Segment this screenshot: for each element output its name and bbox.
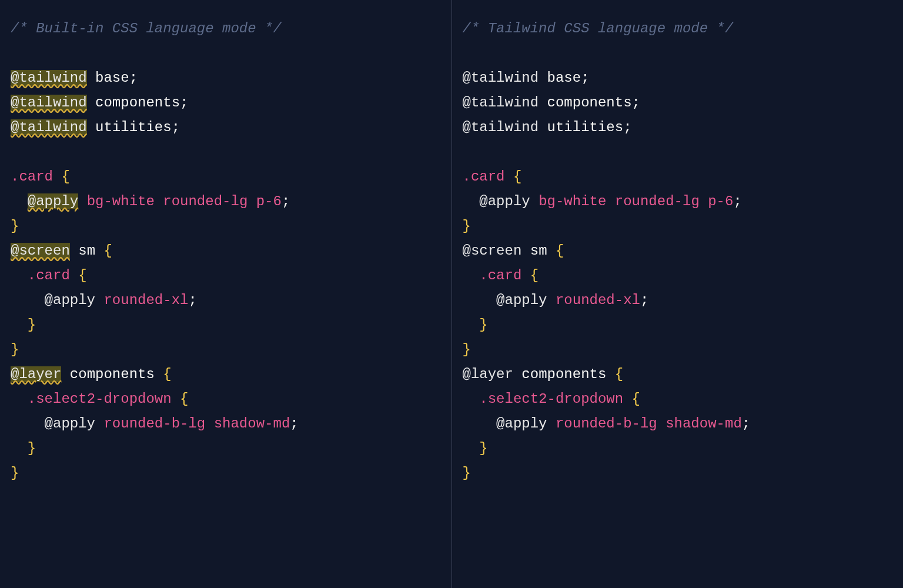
code-line: /* Tailwind CSS language mode */: [463, 16, 893, 41]
at-apply: @apply: [496, 292, 547, 308]
brace-close: }: [479, 317, 487, 333]
at-apply: @apply: [479, 193, 530, 209]
selector-text: .card: [463, 169, 505, 185]
code-line: }: [463, 214, 893, 239]
code-line: .card {: [11, 165, 441, 189]
brace-close: }: [28, 317, 36, 333]
brace-close: }: [463, 218, 471, 234]
indent: [463, 193, 480, 209]
selector-text: .card: [28, 268, 70, 283]
indent: [11, 193, 28, 209]
code-line: }: [463, 313, 893, 338]
brace-open: {: [556, 243, 564, 259]
code-line: }: [11, 214, 441, 239]
indent: [463, 440, 480, 456]
at-tailwind-warning: @tailwind: [11, 119, 87, 135]
indent: [463, 292, 497, 308]
utility-text: rounded-xl: [547, 292, 640, 308]
semicolon: ;: [290, 416, 298, 432]
indent: [463, 416, 497, 432]
code-text: sm: [521, 243, 556, 259]
semicolon: ;: [742, 416, 750, 432]
brace-open: {: [615, 366, 623, 382]
utility-text: bg-white rounded-lg p-6: [530, 193, 734, 209]
code-line: @layer components {: [11, 362, 441, 387]
at-screen: @screen: [463, 243, 522, 259]
code-line: @screen sm {: [463, 239, 893, 263]
brace-open: {: [505, 169, 522, 185]
code-line: }: [11, 436, 441, 461]
semicolon: ;: [733, 193, 741, 209]
at-tailwind-warning: @tailwind: [11, 95, 87, 111]
at-apply: @apply: [45, 292, 95, 308]
indent: [11, 292, 45, 308]
blank-line: [463, 41, 893, 66]
code-line: }: [11, 461, 441, 486]
indent: [11, 268, 28, 283]
at-tailwind: @tailwind: [463, 119, 539, 135]
code-line: @screen sm {: [11, 239, 441, 263]
brace-open: {: [70, 268, 87, 283]
utility-text: rounded-b-lg shadow-md: [547, 416, 742, 432]
blank-line: [11, 41, 441, 66]
code-line: @apply rounded-xl;: [463, 288, 893, 313]
brace-open: {: [163, 366, 171, 382]
at-screen-warning: @screen: [11, 243, 70, 259]
code-text: components: [513, 366, 615, 382]
code-line: }: [11, 338, 441, 362]
code-line: }: [463, 461, 893, 486]
brace-open: {: [623, 391, 640, 407]
code-line: @apply rounded-b-lg shadow-md;: [463, 412, 893, 436]
code-text: components: [61, 366, 163, 382]
indent: [11, 416, 45, 432]
code-line: @tailwind components;: [11, 91, 441, 115]
code-text: base;: [539, 70, 589, 86]
comment-text: /* Tailwind CSS language mode */: [463, 21, 734, 36]
selector-text: .card: [479, 268, 521, 283]
brace-close: }: [463, 465, 471, 481]
at-layer-warning: @layer: [11, 366, 61, 382]
code-text: components;: [539, 95, 640, 111]
indent: [11, 440, 28, 456]
code-text: utilities;: [539, 119, 631, 135]
brace-close: }: [479, 440, 487, 456]
blank-line: [11, 140, 441, 165]
semicolon: ;: [282, 193, 290, 209]
at-layer: @layer: [463, 366, 513, 382]
code-line: @apply rounded-xl;: [11, 288, 441, 313]
code-line: .select2-dropdown {: [11, 387, 441, 412]
code-line: }: [11, 313, 441, 338]
indent: [11, 391, 28, 407]
selector-text: .select2-dropdown: [28, 391, 172, 407]
code-line: .card {: [463, 263, 893, 288]
brace-open: {: [172, 391, 189, 407]
at-apply-warning: @apply: [28, 193, 78, 209]
at-tailwind: @tailwind: [463, 95, 539, 111]
brace-open: {: [521, 268, 539, 283]
left-pane[interactable]: /* Built-in CSS language mode */ @tailwi…: [0, 0, 452, 588]
code-line: }: [463, 338, 893, 362]
semicolon: ;: [640, 292, 648, 308]
code-line: @apply bg-white rounded-lg p-6;: [11, 189, 441, 214]
selector-text: .select2-dropdown: [479, 391, 623, 407]
right-pane[interactable]: /* Tailwind CSS language mode */ @tailwi…: [452, 0, 904, 588]
brace-close: }: [463, 342, 471, 358]
at-apply: @apply: [45, 416, 95, 432]
comment-text: /* Built-in CSS language mode */: [11, 21, 282, 36]
brace-open: {: [53, 169, 70, 185]
code-text: base;: [87, 70, 138, 86]
code-text: components;: [87, 95, 189, 111]
blank-line: [463, 140, 893, 165]
code-line: .card {: [11, 263, 441, 288]
code-line: @tailwind utilities;: [463, 115, 893, 140]
utility-text: rounded-b-lg shadow-md: [95, 416, 290, 432]
brace-close: }: [11, 218, 19, 234]
utility-text: rounded-xl: [95, 292, 188, 308]
split-view: /* Built-in CSS language mode */ @tailwi…: [0, 0, 903, 588]
semicolon: ;: [188, 292, 196, 308]
brace-close: }: [28, 440, 36, 456]
code-line: @tailwind components;: [463, 91, 893, 115]
code-line: @tailwind base;: [11, 66, 441, 91]
code-line: @tailwind utilities;: [11, 115, 441, 140]
selector-text: .card: [11, 169, 53, 185]
